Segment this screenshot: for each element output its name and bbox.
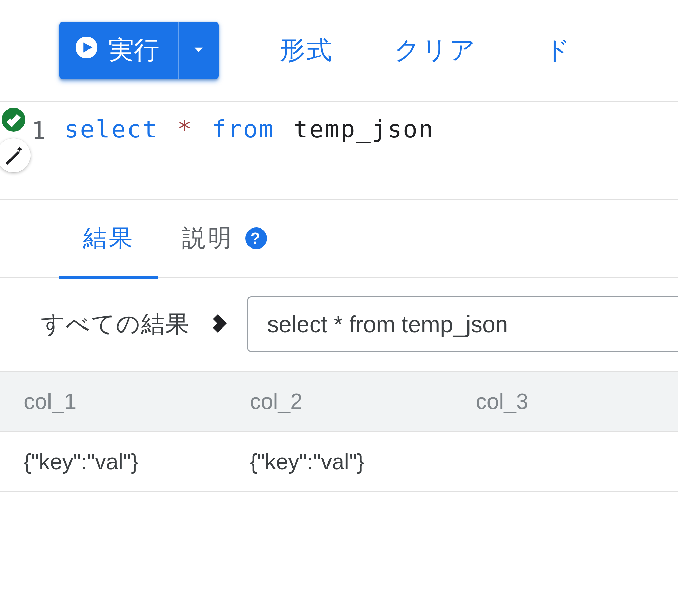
sql-table-name: temp_json xyxy=(294,115,434,143)
magic-wand-button[interactable] xyxy=(0,138,31,172)
tab-explain-label: 説明 xyxy=(182,222,234,254)
sql-star: * xyxy=(177,115,193,143)
column-header[interactable]: col_2 xyxy=(226,372,452,431)
toolbar: 実行 形式 クリア ド xyxy=(0,0,678,102)
table-row: {"key":"val"} {"key":"val"} xyxy=(0,432,678,492)
sql-keyword-select: select xyxy=(64,115,158,143)
tab-results[interactable]: 結果 xyxy=(59,199,158,278)
run-button[interactable]: 実行 xyxy=(59,22,178,79)
tab-results-label: 結果 xyxy=(83,222,135,254)
table-cell xyxy=(452,432,678,491)
run-dropdown-button[interactable] xyxy=(178,22,219,79)
editor-gutter-icons xyxy=(0,108,31,172)
column-header[interactable]: col_1 xyxy=(0,372,226,431)
help-icon: ? xyxy=(245,227,267,249)
table-cell: {"key":"val"} xyxy=(226,432,452,491)
results-table: col_1 col_2 col_3 {"key":"val"} {"key":"… xyxy=(0,371,678,492)
play-icon xyxy=(75,36,98,65)
results-breadcrumb: すべての結果 select * from temp_json xyxy=(0,278,678,371)
sql-keyword-from: from xyxy=(212,115,275,143)
current-query-box[interactable]: select * from temp_json xyxy=(247,296,678,352)
clear-button[interactable]: クリア xyxy=(394,33,477,67)
truncated-toolbar-button[interactable]: ド xyxy=(544,33,572,67)
column-header[interactable]: col_3 xyxy=(452,372,678,431)
result-tabs: 結果 説明 ? xyxy=(0,200,678,278)
run-button-label: 実行 xyxy=(108,33,159,67)
status-ok-icon xyxy=(2,108,25,132)
chevron-right-icon xyxy=(208,313,229,335)
table-cell: {"key":"val"} xyxy=(0,432,226,491)
tab-explain[interactable]: 説明 ? xyxy=(158,199,291,278)
all-results-link[interactable]: すべての結果 xyxy=(41,308,190,340)
code-line: select * from temp_json xyxy=(64,115,434,143)
caret-down-icon xyxy=(190,41,207,59)
run-button-group: 実行 xyxy=(59,22,219,79)
format-button[interactable]: 形式 xyxy=(280,33,333,67)
sql-editor[interactable]: 1 select * from temp_json xyxy=(0,102,678,200)
table-header-row: col_1 col_2 col_3 xyxy=(0,371,678,432)
